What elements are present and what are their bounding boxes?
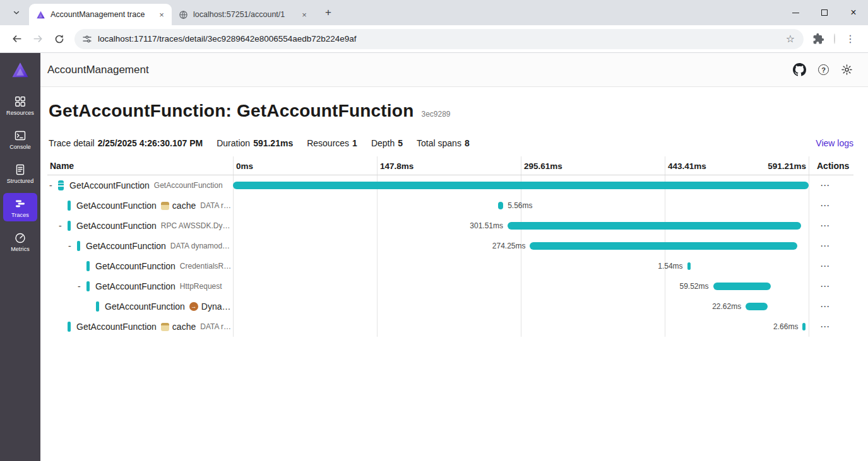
span-badge-label: cache [172,322,196,332]
meta-label: Total spans [417,138,461,148]
span-timeline-cell: 2.66ms [233,317,809,337]
settings-gear-icon[interactable] [841,64,853,76]
span-actions-button[interactable]: ⋯ [816,239,835,253]
span-name-cell[interactable]: GetAccountFunction→Dyna… [47,296,233,317]
span-color-strip [77,241,80,251]
span-timeline-cell: 59.52ms [233,276,809,296]
forward-button[interactable] [28,29,48,49]
tree-collapse-toggle[interactable]: - [59,221,68,230]
span-actions-cell: ⋯ [809,195,853,216]
sidebar-item-traces[interactable]: Traces [3,193,37,221]
span-name-cell[interactable]: -GetAccountFunctionHttpRequest [47,276,233,296]
tree-collapse-toggle[interactable]: - [78,282,86,291]
waterfall-row: -GetAccountFunctionGetAccountFunction⋯ [47,175,853,195]
span-actions-button[interactable]: ⋯ [816,300,835,313]
sidebar-item-label: Traces [11,212,29,218]
span-timeline-cell [233,175,809,195]
minimize-icon [792,13,799,13]
span-name: GetAccountFunction [105,301,185,312]
span-duration-label: 59.52ms [679,282,708,291]
span-actions-button[interactable]: ⋯ [816,279,835,293]
meta-depth: Depth5 [371,138,403,148]
span-detail: DATA dynamod… [170,242,230,250]
aspire-dashboard: Resources Console Structured Traces [0,53,868,461]
span-name-cell[interactable]: GetAccountFunctionCredentialsRe… [47,256,233,276]
span-name-cell[interactable]: -GetAccountFunctionDATA dynamod… [47,236,233,256]
actions-column-header: Actions [809,161,853,171]
window-maximize-button[interactable] [810,0,839,25]
meta-value: 591.21ms [253,138,293,148]
name-column-header: Name [47,161,233,171]
span-duration-label: 5.56ms [508,201,532,210]
span-duration-bar[interactable] [687,262,691,270]
span-name: GetAccountFunction [95,261,175,271]
tab-search-button[interactable] [8,4,25,21]
span-duration-bar[interactable] [713,283,771,290]
page-title: GetAccountFunction: GetAccountFunction [49,101,413,121]
meta-resources: Resources1 [307,138,357,148]
span-duration-label: 2.66ms [773,322,798,331]
span-duration-label: 1.54ms [658,262,682,271]
tree-collapse-toggle[interactable]: - [49,181,58,190]
waterfall-row: -GetAccountFunctionRPC AWSSDK.Dyna…301.5… [47,216,853,236]
new-tab-button[interactable]: + [319,4,337,21]
main-area: AccountManagement ? GetAccountFunction: … [40,53,868,461]
profile-avatar[interactable] [834,34,835,44]
window-close-button[interactable]: × [839,0,868,25]
sidebar-item-structured[interactable]: Structured [3,159,37,187]
span-actions-button[interactable]: ⋯ [816,199,835,213]
help-icon[interactable]: ? [818,64,829,75]
span-name: GetAccountFunction [76,322,157,332]
url-text[interactable]: localhost:17117/traces/detail/3ec9289642… [98,34,776,44]
reload-icon [54,33,65,45]
sidebar-item-resources[interactable]: Resources [3,91,37,119]
meta-label: Resources [307,138,349,148]
span-duration-bar[interactable] [802,323,806,330]
browser-menu-icon[interactable]: ⋮ [843,33,858,45]
back-button[interactable] [6,29,27,49]
tree-collapse-toggle[interactable]: - [68,242,77,250]
window-minimize-button[interactable] [781,0,810,25]
structured-logs-icon [14,163,27,176]
span-duration-label: 274.25ms [492,242,526,250]
sidebar-item-console[interactable]: Console [3,125,37,153]
span-duration-bar[interactable] [508,222,801,230]
sidebar-item-metrics[interactable]: Metrics [3,227,37,255]
span-name-cell[interactable]: GetAccountFunctioncacheDATA re… [47,195,233,216]
span-timeline-cell: 1.54ms [233,256,809,276]
bookmark-star-icon[interactable]: ☆ [782,31,799,47]
site-info-icon[interactable] [82,34,92,44]
span-name: GetAccountFunction [95,281,175,291]
extensions-puzzle-icon[interactable] [812,33,826,45]
span-actions-button[interactable]: ⋯ [816,320,835,334]
span-actions-button[interactable]: ⋯ [816,219,835,233]
browser-tab-inactive[interactable]: localhost:57251/account/1 × [172,4,314,25]
address-bar[interactable]: localhost:17117/traces/detail/3ec9289642… [74,29,804,49]
span-badge-label: cache [172,201,196,211]
span-duration-bar[interactable] [498,202,504,209]
tab-close-icon[interactable]: × [157,9,167,20]
span-name-cell[interactable]: -GetAccountFunctionGetAccountFunction [47,175,233,195]
view-logs-link[interactable]: View logs [816,138,853,148]
waterfall-row: GetAccountFunctioncacheDATA re…2.66ms⋯ [47,317,853,337]
span-name-cell[interactable]: -GetAccountFunctionRPC AWSSDK.Dyna… [47,216,233,236]
span-duration-bar[interactable] [746,303,768,310]
span-color-strip [68,322,71,332]
browser-tab-active[interactable]: AccountManagement trace × [29,4,172,25]
back-arrow-icon [11,33,23,45]
span-duration-bar[interactable] [530,242,797,250]
reload-button[interactable] [49,29,69,49]
span-name-cell[interactable]: GetAccountFunctioncacheDATA re… [47,317,233,337]
github-icon[interactable] [793,63,806,76]
span-actions-button[interactable]: ⋯ [816,259,835,273]
span-actions-cell: ⋯ [809,175,853,195]
span-duration-bar[interactable] [233,182,809,189]
meta-duration: Duration591.21ms [217,138,293,148]
globe-favicon-icon [179,10,188,20]
span-name: GetAccountFunction [76,221,157,231]
tab-title: localhost:57251/account/1 [193,10,294,19]
trace-id-short: 3ec9289 [421,110,450,119]
span-actions-button[interactable]: ⋯ [816,178,835,192]
span-actions-cell: ⋯ [809,216,853,236]
tab-close-icon[interactable]: × [299,9,309,20]
